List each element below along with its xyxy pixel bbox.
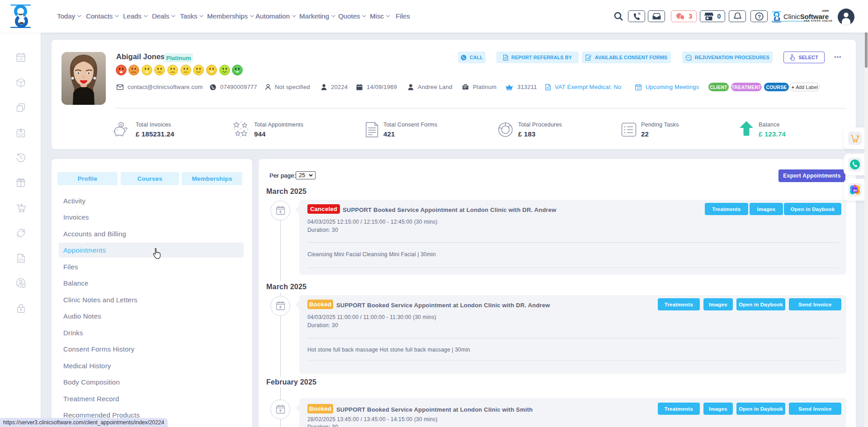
svg-text:AI: AI xyxy=(853,188,857,192)
svg-text:$: $ xyxy=(120,123,123,127)
svg-text:12: 12 xyxy=(19,57,23,61)
svg-text:?: ? xyxy=(757,14,760,19)
svg-text:12: 12 xyxy=(637,86,640,89)
